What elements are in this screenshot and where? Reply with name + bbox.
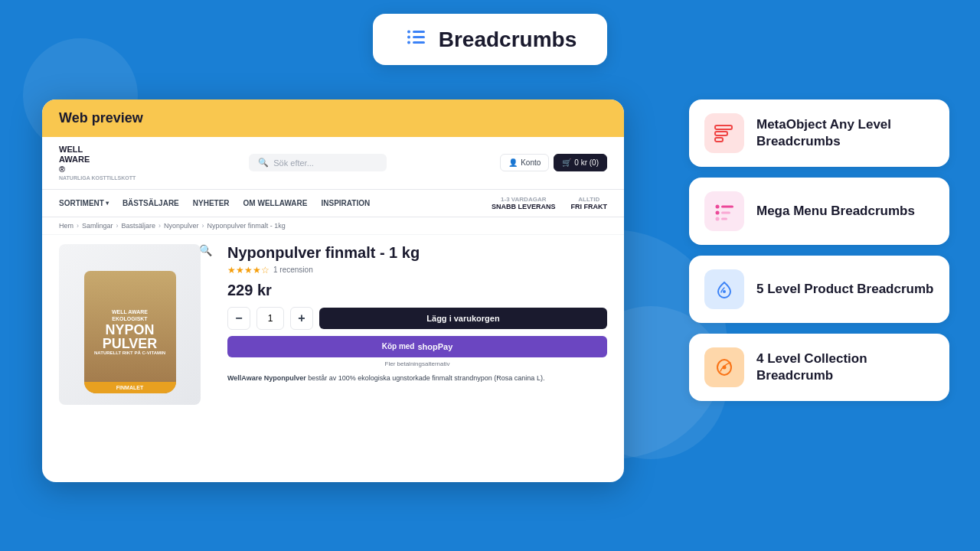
store-logo: WELL AWARE® NATURLIGA KOSTTILLSKOTT xyxy=(59,145,136,181)
logo-line1: WELL xyxy=(59,145,136,155)
quantity-row: − 1 + Lägg i varukorgen xyxy=(227,307,607,330)
bc-current: Nyponpulver finmalt - 1kg xyxy=(207,222,286,230)
search-icon: 🔍 xyxy=(258,158,269,168)
metaobject-icon-wrap xyxy=(704,113,744,153)
product-image: WELL AWARE EKOLOGISKT NYPON PULVER NATUR… xyxy=(59,244,201,405)
nav-inspiration[interactable]: INSPIRATION xyxy=(321,199,370,207)
mega-menu-icon-wrap xyxy=(704,191,744,231)
bag-brand: WELL AWARE xyxy=(112,309,148,315)
mega-menu-card-title: Mega Menu Breadcrumbs xyxy=(756,203,915,220)
buy-now-button[interactable]: Köp med shopPay xyxy=(227,336,607,357)
mega-menu-icon xyxy=(714,201,735,222)
bc-sep-1: › xyxy=(77,222,79,230)
product-breadcrumb-card[interactable]: 5 Level Product Breadcrumb xyxy=(689,256,949,323)
nav-news[interactable]: NYHETER xyxy=(193,199,230,207)
svg-rect-12 xyxy=(721,212,730,214)
web-preview-panel: Web preview WELL AWARE® NATURLIGA KOSTTI… xyxy=(42,99,624,482)
bc-bastsaljare[interactable]: Bastsäljare xyxy=(122,222,156,230)
svg-rect-0 xyxy=(413,31,425,33)
star-rating: ★★★★☆ xyxy=(227,265,270,276)
nav-about[interactable]: OM WELLAWARE xyxy=(243,199,308,207)
delivery-speed: 1-3 VARDAGAR SNABB LEVERANS xyxy=(492,196,556,210)
svg-point-13 xyxy=(716,217,720,221)
svg-rect-7 xyxy=(715,132,727,135)
bag-nypon: NYPON xyxy=(105,323,154,337)
shopify-pay-icon: shopPay xyxy=(417,342,452,351)
collection-breadcrumb-card-title: 4 Level Collection Breadcrumb xyxy=(756,350,934,384)
nav-items: SORTIMENT ▾ BÄSTSÄLJARE NYHETER OM WELLA… xyxy=(59,199,370,207)
product-details: Nyponpulver finmalt - 1 kg ★★★★☆ 1 recen… xyxy=(227,244,607,405)
product-rating: ★★★★☆ 1 recension xyxy=(227,265,607,276)
product-breadcrumb-card-title: 5 Level Product Breadcrumb xyxy=(756,281,933,298)
qty-value: 1 xyxy=(256,307,284,330)
svg-point-3 xyxy=(407,31,410,34)
bag-natural: NATURELLT RIKT PÅ C-VITAMIN xyxy=(94,350,165,355)
store-topbar: WELL AWARE® NATURLIGA KOSTTILLSKOTT 🔍 Sö… xyxy=(42,137,624,190)
svg-point-5 xyxy=(407,41,410,44)
svg-rect-8 xyxy=(715,138,723,142)
nav-bestsellers[interactable]: BÄSTSÄLJARE xyxy=(122,199,179,207)
nypon-bag-graphic: WELL AWARE EKOLOGISKT NYPON PULVER NATUR… xyxy=(84,271,176,393)
collection-breadcrumb-card[interactable]: 4 Level Collection Breadcrumb xyxy=(689,334,949,401)
add-to-cart-button[interactable]: Lägg i varukorgen xyxy=(319,308,607,329)
header-bar: Breadcrumbs xyxy=(0,0,980,65)
bc-nyponpulver[interactable]: Nyonpulver xyxy=(164,222,199,230)
qty-increase-button[interactable]: + xyxy=(290,307,313,330)
free-shipping: ALLTID FRI FRAKT xyxy=(571,196,608,210)
bc-sep-3: › xyxy=(158,222,161,230)
svg-rect-2 xyxy=(413,41,425,44)
product-description: WellAware Nyponpulver består av 100% eko… xyxy=(227,373,607,384)
page-title: Breadcrumbs xyxy=(439,28,577,52)
product-breadcrumb-icon-wrap xyxy=(704,269,744,309)
mega-menu-card[interactable]: Mega Menu Breadcrumbs xyxy=(689,178,949,245)
logo-tagline: NATURLIGA KOSTTILLSKOTT xyxy=(59,175,136,181)
store-nav: SORTIMENT ▾ BÄSTSÄLJARE NYHETER OM WELLA… xyxy=(42,190,624,217)
bc-sep-4: › xyxy=(202,222,204,230)
review-count: 1 recension xyxy=(273,266,313,274)
product-price: 229 kr xyxy=(227,282,607,299)
product-image-area: 🔍 WELL AWARE EKOLOGISKT NYPON PULVER NAT… xyxy=(59,244,212,405)
nav-delivery-info: 1-3 VARDAGAR SNABB LEVERANS ALLTID FRI F… xyxy=(492,196,607,210)
bc-sep-2: › xyxy=(116,222,119,230)
breadcrumb-trail: Hem › Samlingar › Bastsäljare › Nyonpulv… xyxy=(42,217,624,235)
store-actions: 👤 Konto 🛒 0 kr (0) xyxy=(500,154,607,171)
svg-rect-10 xyxy=(721,206,733,208)
nav-sortiment[interactable]: SORTIMENT ▾ xyxy=(59,199,109,207)
svg-rect-14 xyxy=(721,218,727,220)
bag-pulver: PULVER xyxy=(103,337,158,350)
collection-breadcrumb-icon xyxy=(714,357,735,378)
search-bar[interactable]: 🔍 Sök efter... xyxy=(249,154,387,171)
svg-point-4 xyxy=(407,36,410,39)
product-name: Nyponpulver finmalt - 1 kg xyxy=(227,244,607,262)
svg-rect-6 xyxy=(715,126,732,129)
zoom-icon[interactable]: 🔍 xyxy=(199,244,212,256)
logo-line2: AWARE® xyxy=(59,155,136,174)
konto-icon: 👤 xyxy=(508,158,518,167)
metaobject-card-title: MetaObject Any Level Breadcrumbs xyxy=(756,116,934,150)
preview-body: WELL AWARE® NATURLIGA KOSTTILLSKOTT 🔍 Sö… xyxy=(42,137,624,414)
cart-icon: 🛒 xyxy=(562,158,571,167)
svg-point-15 xyxy=(723,290,726,293)
preview-header-label: Web preview xyxy=(42,99,624,137)
konto-button[interactable]: 👤 Konto xyxy=(500,154,549,171)
chevron-down-icon: ▾ xyxy=(106,200,109,207)
product-area: 🔍 WELL AWARE EKOLOGISKT NYPON PULVER NAT… xyxy=(42,235,624,414)
bag-footer: FINMALET xyxy=(84,382,176,393)
right-panel: MetaObject Any Level Breadcrumbs Mega Me… xyxy=(689,99,949,401)
qty-decrease-button[interactable]: − xyxy=(227,307,250,330)
bc-home[interactable]: Hem xyxy=(59,222,74,230)
metaobject-card[interactable]: MetaObject Any Level Breadcrumbs xyxy=(689,99,949,167)
svg-point-9 xyxy=(716,205,720,209)
list-icon xyxy=(403,24,428,54)
collection-breadcrumb-icon-wrap xyxy=(704,347,744,387)
search-placeholder: Sök efter... xyxy=(273,158,314,168)
bc-samlingar[interactable]: Samlingar xyxy=(82,222,113,230)
payment-options-link[interactable]: Fler betalningsalternativ xyxy=(227,360,607,367)
title-pill: Breadcrumbs xyxy=(373,14,608,65)
metaobject-icon xyxy=(714,122,735,144)
svg-rect-1 xyxy=(413,36,425,38)
product-breadcrumb-icon xyxy=(714,279,735,300)
bag-ekologiskt: EKOLOGISKT xyxy=(112,316,147,321)
svg-point-16 xyxy=(723,366,727,370)
cart-button[interactable]: 🛒 0 kr (0) xyxy=(554,154,607,171)
